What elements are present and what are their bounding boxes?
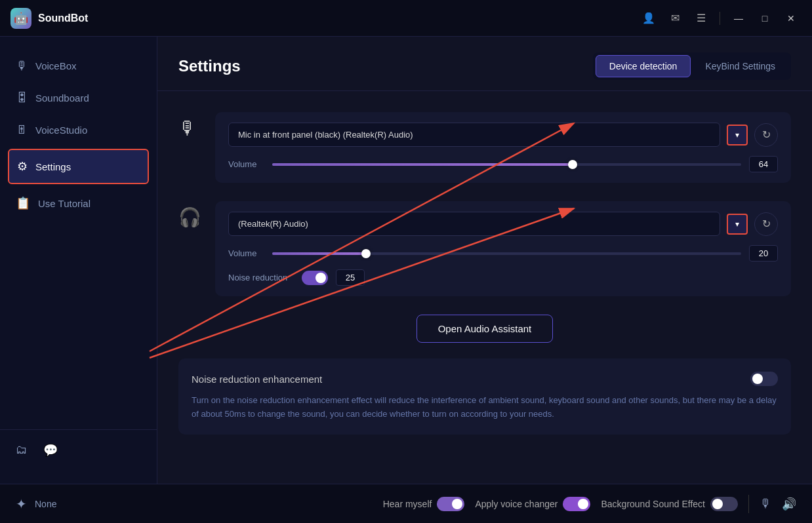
tab-device-detection[interactable]: Device detection	[596, 55, 691, 77]
headphone-volume-slider[interactable]	[272, 252, 741, 255]
noise-enhance-desc: Turn on the noise reduction enhancement …	[192, 394, 778, 421]
mic-volume-slider[interactable]	[272, 163, 741, 166]
sidebar-label-soundboard: Soundboard	[35, 92, 89, 104]
bottom-divider	[748, 495, 749, 513]
voicestudio-icon: 🎚	[16, 123, 28, 137]
mic-select-text: Mic in at front panel (black) (Realtek(R…	[238, 130, 710, 140]
bottom-left: ✦ None	[16, 496, 56, 512]
headphone-volume-row: Volume 20	[228, 245, 778, 262]
hear-myself-knob	[452, 499, 462, 509]
mic-select-row: Mic in at front panel (black) (Realtek(R…	[228, 123, 778, 147]
bottombar: ✦ None Hear myself Apply voice changer B…	[0, 484, 812, 523]
background-sound-toggle[interactable]	[710, 497, 738, 511]
headphone-volume-fill	[272, 252, 366, 255]
mic-select[interactable]: Mic in at front panel (black) (Realtek(R…	[228, 123, 720, 147]
headphone-select[interactable]: (Realtek(R) Audio)	[228, 212, 720, 236]
briefcase-icon[interactable]: 🗂	[16, 443, 28, 457]
headphone-controls: (Realtek(R) Audio) ▾ ↻ Volume	[215, 201, 791, 296]
hear-myself-control: Hear myself	[383, 497, 465, 511]
settings-icon: ⚙	[17, 159, 28, 174]
titlebar: 🤖 SoundBot 👤 ✉ ☰ — □ ✕	[0, 0, 812, 37]
apply-voice-changer-control: Apply voice changer	[475, 497, 590, 511]
app-name: SoundBot	[38, 12, 88, 24]
noise-row: Noise reduction 25	[228, 269, 778, 286]
mic-bottom-icon[interactable]: 🎙	[760, 497, 771, 511]
mail-icon[interactable]: ✉	[664, 8, 685, 29]
chat-icon[interactable]: 💬	[43, 443, 58, 457]
mic-icon: 🎙	[178, 117, 202, 139]
mic-volume-row: Volume 64	[228, 156, 778, 172]
star-icon: ✦	[16, 496, 27, 512]
main-header: Settings Device detection KeyBind Settin…	[157, 37, 812, 91]
sidebar-label-voicestudio: VoiceStudio	[35, 125, 87, 136]
speaker-bottom-icon[interactable]: 🔊	[782, 497, 796, 511]
apply-voice-changer-knob	[578, 499, 588, 509]
sidebar: 🎙 VoiceBox 🎛 Soundboard 🎚 VoiceStudio ⚙ …	[0, 37, 157, 484]
mic-volume-value: 64	[749, 156, 778, 172]
mic-refresh-button[interactable]: ↻	[754, 123, 778, 147]
user-icon[interactable]: 👤	[638, 8, 659, 29]
headphone-volume-slider-wrap[interactable]	[272, 252, 741, 255]
tab-group: Device detection KeyBind Settings	[593, 52, 791, 80]
layout: 🎙 VoiceBox 🎛 Soundboard 🎚 VoiceStudio ⚙ …	[0, 37, 812, 484]
menu-icon[interactable]: ☰	[691, 8, 712, 29]
mic-volume-thumb[interactable]	[568, 160, 577, 169]
apply-voice-changer-toggle[interactable]	[563, 497, 590, 511]
sidebar-item-voicebox[interactable]: 🎙 VoiceBox	[0, 50, 157, 82]
background-sound-label: Background Sound Effect	[601, 499, 705, 509]
close-button[interactable]: ✕	[781, 8, 802, 29]
background-sound-control: Background Sound Effect	[601, 497, 738, 511]
mic-dropdown-button[interactable]: ▾	[727, 125, 748, 145]
headphone-select-row: (Realtek(R) Audio) ▾ ↻	[228, 212, 778, 236]
sidebar-item-soundboard[interactable]: 🎛 Soundboard	[0, 82, 157, 114]
sidebar-label-settings: Settings	[35, 161, 71, 172]
apply-voice-changer-label: Apply voice changer	[475, 499, 558, 509]
sidebar-label-tutorial: Use Tutorial	[38, 198, 91, 209]
hear-myself-toggle[interactable]	[437, 497, 464, 511]
noise-enhance-header: Noise reduction enhancement	[192, 372, 778, 386]
noise-enhance-toggle[interactable]	[750, 372, 778, 386]
headphone-volume-value: 20	[749, 245, 778, 262]
mic-volume-fill	[272, 163, 573, 166]
app-logo: 🤖	[10, 8, 31, 29]
tutorial-icon: 📋	[16, 196, 30, 210]
headphone-icon: 🎧	[178, 206, 202, 228]
noise-enhance-title: Noise reduction enhancement	[192, 374, 322, 385]
headphone-select-text: (Realtek(R) Audio)	[238, 219, 710, 229]
headphone-dropdown-button[interactable]: ▾	[727, 214, 748, 235]
noise-value: 25	[336, 269, 365, 286]
voicebox-icon: 🎙	[16, 59, 28, 73]
bottom-right: Hear myself Apply voice changer Backgrou…	[383, 495, 796, 513]
noise-enhance-toggle-knob	[752, 374, 763, 384]
main-body: 🎙 Mic in at front panel (black) (Realtek…	[157, 91, 812, 455]
noise-enhance-section: Noise reduction enhancement Turn on the …	[178, 358, 791, 435]
sidebar-item-voicestudio[interactable]: 🎚 VoiceStudio	[0, 114, 157, 146]
sidebar-item-settings[interactable]: ⚙ Settings	[8, 149, 149, 184]
page-title: Settings	[178, 57, 241, 75]
soundboard-icon: 🎛	[16, 91, 28, 105]
maximize-button[interactable]: □	[754, 8, 775, 29]
mic-section: 🎙 Mic in at front panel (black) (Realtek…	[178, 112, 791, 183]
sidebar-item-tutorial[interactable]: 📋 Use Tutorial	[0, 187, 157, 220]
tab-keybind-settings[interactable]: KeyBind Settings	[692, 55, 788, 77]
background-sound-knob	[712, 499, 723, 509]
none-label: None	[35, 499, 56, 509]
titlebar-right: 👤 ✉ ☰ — □ ✕	[638, 8, 802, 29]
sidebar-label-voicebox: VoiceBox	[35, 60, 77, 71]
noise-toggle-knob	[315, 273, 326, 283]
main-content: Settings Device detection KeyBind Settin…	[157, 37, 812, 484]
noise-toggle[interactable]	[302, 271, 328, 285]
mic-volume-slider-wrap[interactable]	[272, 163, 741, 166]
headphone-section: 🎧 (Realtek(R) Audio) ▾ ↻ Volume	[178, 201, 791, 296]
headphone-refresh-button[interactable]: ↻	[754, 212, 778, 236]
open-audio-assistant-button[interactable]: Open Audio Assistant	[416, 315, 554, 343]
audio-btn-row: Open Audio Assistant	[178, 315, 791, 343]
titlebar-divider	[720, 12, 720, 25]
sidebar-bottom: 🗂 💬	[0, 429, 157, 471]
minimize-button[interactable]: —	[728, 8, 749, 29]
headphone-volume-thumb[interactable]	[361, 249, 371, 258]
noise-label: Noise reduction	[228, 273, 294, 282]
titlebar-left: 🤖 SoundBot	[10, 8, 88, 29]
mic-volume-label: Volume	[228, 159, 264, 169]
headphone-volume-label: Volume	[228, 248, 264, 258]
